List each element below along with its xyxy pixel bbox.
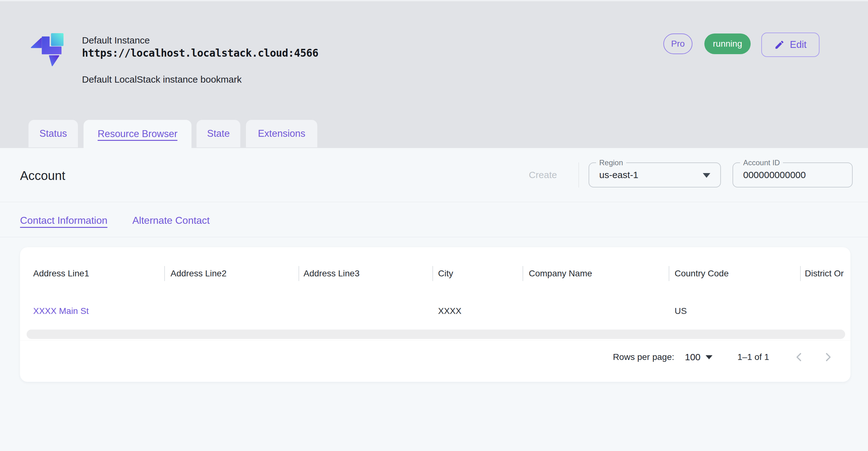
page-title: Account bbox=[20, 169, 65, 183]
region-select[interactable]: Region us-east-1 bbox=[589, 162, 721, 187]
tab-extensions[interactable]: Extensions bbox=[246, 120, 317, 147]
localstack-logo-icon bbox=[30, 30, 66, 66]
rows-per-page-select[interactable]: 100 bbox=[685, 352, 712, 362]
create-button[interactable]: Create bbox=[520, 167, 566, 183]
column-separator bbox=[800, 266, 801, 281]
instance-title: Default Instance bbox=[82, 35, 150, 46]
subtab-contact-information[interactable]: Contact Information bbox=[20, 213, 107, 227]
subtab-alternate-contact[interactable]: Alternate Contact bbox=[132, 213, 210, 227]
tab-resource-browser[interactable]: Resource Browser bbox=[84, 120, 191, 148]
instance-description: Default LocalStack instance bookmark bbox=[82, 74, 242, 85]
scrollbar-divider bbox=[20, 340, 850, 340]
cell-city: XXXX bbox=[438, 306, 462, 316]
column-header-address-line2[interactable]: Address Line2 bbox=[170, 269, 226, 278]
resource-toolbar: Account Create Region us-east-1 Account … bbox=[0, 148, 868, 202]
tab-state[interactable]: State bbox=[196, 120, 240, 147]
status-badge: running bbox=[704, 33, 751, 54]
column-separator bbox=[523, 266, 523, 281]
column-separator bbox=[669, 266, 669, 281]
column-header-district[interactable]: District Or bbox=[805, 269, 844, 278]
horizontal-scrollbar[interactable] bbox=[27, 330, 845, 339]
column-separator bbox=[299, 266, 299, 281]
chevron-down-icon bbox=[703, 173, 710, 178]
chevron-left-icon bbox=[793, 351, 805, 363]
account-id-field[interactable]: Account ID 000000000000 bbox=[733, 162, 852, 187]
tab-status[interactable]: Status bbox=[29, 120, 78, 147]
cell-address-line1-link[interactable]: XXXX Main St bbox=[33, 306, 89, 316]
edit-button-label: Edit bbox=[790, 39, 806, 50]
chevron-down-icon bbox=[706, 355, 712, 359]
account-id-value: 000000000000 bbox=[743, 163, 806, 187]
edit-button[interactable]: Edit bbox=[761, 33, 819, 57]
contact-information-table: Address Line1 Address Line2 Address Line… bbox=[20, 247, 850, 382]
pagination-range: 1–1 of 1 bbox=[738, 352, 769, 362]
column-header-city[interactable]: City bbox=[438, 269, 453, 278]
toolbar-divider bbox=[579, 162, 579, 187]
table-pagination: Rows per page: 100 1–1 of 1 bbox=[613, 349, 835, 365]
pencil-icon bbox=[774, 39, 785, 50]
column-separator bbox=[432, 266, 433, 281]
account-subtabs: Contact Information Alternate Contact bbox=[0, 202, 868, 237]
previous-page-button[interactable] bbox=[792, 350, 806, 364]
instance-url: https://localhost.localstack.cloud:4566 bbox=[82, 47, 318, 59]
pro-badge: Pro bbox=[663, 33, 692, 54]
instance-header: Default Instance https://localhost.local… bbox=[0, 0, 868, 148]
next-page-button[interactable] bbox=[821, 350, 835, 364]
column-header-address-line3[interactable]: Address Line3 bbox=[304, 269, 360, 278]
resource-browser-content: Account Create Region us-east-1 Account … bbox=[0, 148, 868, 451]
cell-country-code: US bbox=[675, 306, 687, 316]
chevron-right-icon bbox=[822, 351, 834, 363]
region-value: us-east-1 bbox=[599, 163, 638, 187]
rows-per-page-label: Rows per page: bbox=[613, 352, 674, 362]
column-header-country-code[interactable]: Country Code bbox=[675, 269, 729, 278]
column-header-address-line1[interactable]: Address Line1 bbox=[33, 269, 89, 278]
column-header-company-name[interactable]: Company Name bbox=[529, 269, 592, 278]
column-separator bbox=[164, 266, 165, 281]
